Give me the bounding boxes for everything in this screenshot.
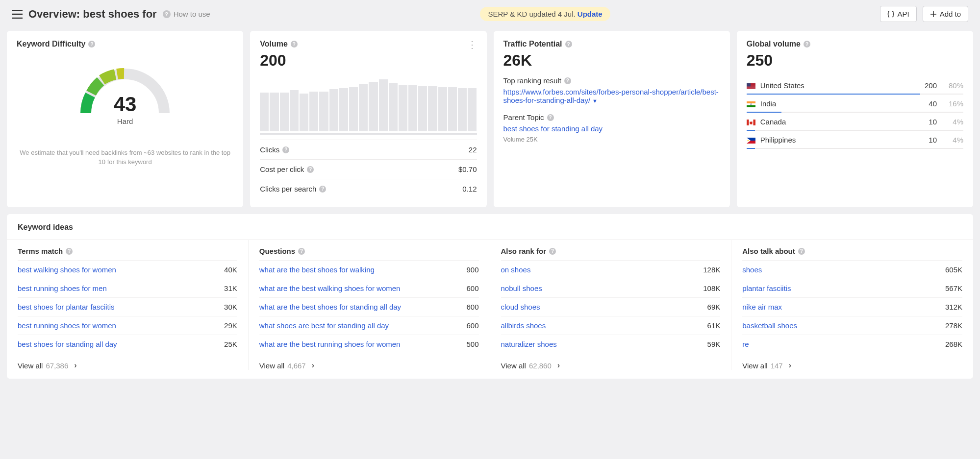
help-icon[interactable]: ? [319, 186, 326, 193]
kd-description: We estimate that you'll need backlinks f… [17, 148, 233, 167]
keyword-link[interactable]: nike air max [742, 303, 782, 311]
help-icon[interactable]: ? [547, 114, 554, 121]
svg-point-17 [747, 140, 748, 141]
keyword-link[interactable]: best running shoes for men [18, 284, 107, 292]
view-all-link[interactable]: View all 62,860› [501, 353, 721, 370]
kd-gauge: 43 Hard [76, 54, 174, 128]
keyword-link[interactable]: what are the best walking shoes for wome… [259, 284, 401, 292]
country-pct: 80% [942, 81, 963, 90]
update-link[interactable]: Update [578, 10, 603, 18]
keyword-link[interactable]: basketball shoes [742, 321, 797, 330]
country-name: India [760, 99, 912, 108]
country-row[interactable]: India4016% [747, 95, 963, 113]
stat-row: Clicks per search ?0.12 [260, 179, 477, 198]
volume-bar [448, 87, 457, 131]
idea-row: shoes605K [742, 260, 962, 279]
help-icon[interactable]: ? [565, 41, 572, 48]
keyword-volume: 69K [707, 303, 721, 311]
keyword-volume: 31K [224, 284, 237, 292]
help-icon[interactable]: ? [564, 77, 571, 84]
keyword-volume: 500 [466, 340, 478, 348]
col-title: Also talk about [742, 247, 795, 255]
keyword-link[interactable]: what are the best shoes for walking [259, 266, 375, 274]
keyword-link[interactable]: allbirds shoes [501, 321, 546, 330]
idea-row: naturalizer shoes59K [501, 335, 721, 353]
idea-row: on shoes128K [501, 260, 721, 279]
volume-bar [270, 93, 278, 131]
help-icon[interactable]: ? [307, 166, 314, 173]
help-icon[interactable]: ? [804, 41, 810, 48]
flag-icon [747, 137, 755, 143]
menu-icon[interactable] [12, 10, 23, 19]
volume-card: Volume? 200 ⋮ Clicks ?22Cost per click ?… [250, 31, 486, 207]
keyword-link[interactable]: what are the best shoes for standing all… [259, 303, 401, 311]
country-pct: 4% [942, 136, 963, 144]
keyword-link[interactable]: re [742, 340, 749, 348]
more-icon[interactable]: ⋮ [467, 40, 477, 49]
keyword-link[interactable]: plantar fasciitis [742, 284, 791, 292]
idea-row: best running shoes for women29K [18, 316, 237, 335]
api-button[interactable]: API [880, 6, 916, 22]
parent-topic-link[interactable]: best shoes for standing all day [503, 124, 720, 133]
page-title: Overview: best shoes for [28, 8, 157, 21]
keyword-link[interactable]: what are the best running shoes for wome… [259, 340, 401, 348]
keyword-volume: 128K [703, 266, 720, 274]
how-to-use-link[interactable]: ? How to use [163, 10, 210, 18]
keyword-volume: 59K [707, 340, 721, 348]
flag-icon [747, 101, 755, 107]
view-all-link[interactable]: View all 4,667› [259, 353, 479, 370]
idea-row: re268K [742, 335, 962, 353]
keyword-volume: 278K [945, 321, 962, 330]
global-value: 250 [747, 51, 963, 70]
idea-row: best running shoes for men31K [18, 279, 237, 297]
help-icon: ? [163, 10, 171, 18]
keyword-link[interactable]: nobull shoes [501, 284, 542, 292]
view-all-link[interactable]: View all 147› [742, 353, 962, 370]
keyword-link[interactable]: shoes [742, 266, 762, 274]
svg-rect-8 [747, 101, 755, 103]
svg-rect-4 [747, 87, 755, 87]
help-icon[interactable]: ? [798, 248, 805, 255]
top-ranking-link[interactable]: https://www.forbes.com/sites/forbes-pers… [503, 88, 720, 104]
volume-bar [359, 84, 368, 131]
keyword-link[interactable]: best shoes for standing all day [18, 340, 117, 348]
country-pct: 4% [942, 118, 963, 126]
view-all-link[interactable]: View all 67,386› [18, 353, 237, 370]
keyword-link[interactable]: cloud shoes [501, 303, 540, 311]
stat-value: 22 [469, 145, 477, 154]
idea-row: what are the best shoes for walking900 [259, 260, 479, 279]
keyword-link[interactable]: on shoes [501, 266, 531, 274]
help-icon[interactable]: ? [291, 41, 298, 48]
chevron-right-icon: › [557, 361, 560, 370]
keyword-link[interactable]: best shoes for plantar fasciitis [18, 303, 115, 311]
add-to-button[interactable]: Add to [923, 6, 968, 22]
help-icon[interactable]: ? [282, 146, 289, 153]
add-to-label: Add to [940, 10, 961, 18]
parent-topic-volume: Volume 25K [503, 136, 720, 143]
traffic-value: 26K [503, 51, 720, 70]
help-icon[interactable]: ? [298, 248, 305, 255]
ideas-column: Questions?what are the best shoes for wa… [249, 240, 490, 370]
ideas-column: Also rank for?on shoes128Knobull shoes10… [490, 240, 732, 370]
help-icon[interactable]: ? [88, 41, 95, 48]
volume-bar [379, 79, 388, 131]
keyword-link[interactable]: best running shoes for women [18, 321, 116, 330]
stat-label: Cost per click ? [260, 165, 314, 173]
parent-topic-label: Parent Topic [503, 113, 544, 121]
keyword-volume: 108K [703, 284, 720, 292]
svg-rect-7 [747, 83, 751, 87]
keyword-link[interactable]: naturalizer shoes [501, 340, 557, 348]
svg-rect-10 [747, 105, 755, 107]
keyword-link[interactable]: what shoes are best for standing all day [259, 321, 389, 330]
help-icon[interactable]: ? [549, 248, 556, 255]
ideas-column: Terms match?best walking shoes for women… [7, 240, 249, 370]
country-row[interactable]: Philippines104% [747, 131, 963, 149]
volume-bar [280, 93, 289, 131]
idea-row: nobull shoes108K [501, 279, 721, 297]
idea-row: nike air max312K [742, 297, 962, 316]
country-row[interactable]: Canada104% [747, 113, 963, 131]
volume-bar [389, 83, 398, 131]
keyword-link[interactable]: best walking shoes for women [18, 266, 116, 274]
country-row[interactable]: United States20080% [747, 76, 963, 95]
help-icon[interactable]: ? [66, 248, 73, 255]
